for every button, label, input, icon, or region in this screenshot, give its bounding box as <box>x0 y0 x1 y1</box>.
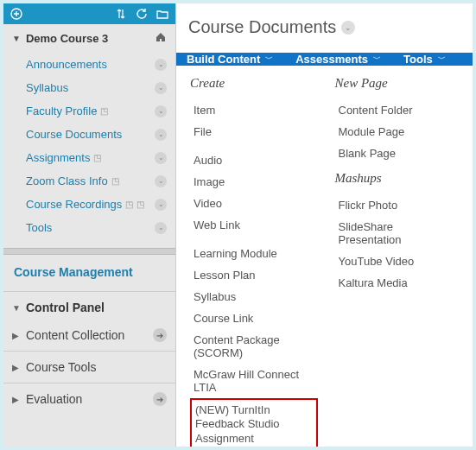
cp-course-tools[interactable]: ▶ Course Tools <box>3 353 175 381</box>
chevron-down-icon[interactable]: ⌄ <box>155 152 167 164</box>
mashup-kaltura[interactable]: Kaltura Media <box>335 272 463 294</box>
caret-right-icon: ▶ <box>12 363 21 372</box>
chevron-down-icon[interactable]: ⌄ <box>155 222 167 234</box>
sidebar-divider <box>3 248 175 255</box>
chevron-down-icon[interactable]: ⌄ <box>155 82 167 94</box>
cp-item-label: Course Tools <box>26 360 96 374</box>
caret-down-icon: ﹀ <box>438 54 446 65</box>
external-icon: ◳ <box>100 106 108 116</box>
chevron-down-icon[interactable]: ⌄ <box>155 105 167 117</box>
arrow-right-icon[interactable]: ➔ <box>153 328 167 342</box>
control-panel-toggle[interactable]: ▼ Control Panel <box>3 294 175 321</box>
nav-faculty-profile[interactable]: Faculty Profile ◳ ⌄ <box>3 99 175 123</box>
cp-content-collection[interactable]: ▶ Content Collection ➔ <box>3 321 175 349</box>
assessments-button[interactable]: Assessments ﹀ <box>295 53 381 66</box>
mashups-heading: Mashups <box>335 171 463 186</box>
nav-label: Zoom Class Info <box>26 174 108 187</box>
course-title: Demo Course 3 <box>26 32 108 45</box>
page-title-row: Course Documents ⌄ <box>176 3 473 53</box>
create-web-link[interactable]: Web Link <box>190 214 318 236</box>
reorder-icon[interactable] <box>115 8 127 20</box>
course-root[interactable]: ▼ Demo Course 3 <box>3 24 175 53</box>
caret-down-icon: ﹀ <box>373 54 381 65</box>
nav-course-documents[interactable]: Course Documents ⌄ <box>3 123 175 146</box>
refresh-icon[interactable] <box>136 8 148 20</box>
mashup-slideshare[interactable]: SlideShare Presentation <box>335 216 463 250</box>
nav-label: Syllabus <box>26 81 68 94</box>
app-root: ▼ Demo Course 3 Announcements ⌄ Syllabus… <box>3 3 473 447</box>
page-title: Course Documents <box>188 17 336 37</box>
caret-right-icon: ▶ <box>12 395 21 404</box>
caret-down-icon: ▼ <box>12 303 21 313</box>
create-file[interactable]: File <box>190 121 318 143</box>
cp-item-label: Evaluation <box>26 392 82 406</box>
newpage-content-folder[interactable]: Content Folder <box>335 99 463 121</box>
toolbar-label: Build Content <box>187 53 260 66</box>
cp-evaluation[interactable]: ▶ Evaluation ➔ <box>3 385 175 413</box>
course-management-heading: Course Management <box>3 255 175 289</box>
tools-button[interactable]: Tools ﹀ <box>403 53 446 66</box>
nav-tools[interactable]: Tools ⌄ <box>3 216 175 239</box>
create-syllabus[interactable]: Syllabus <box>190 286 318 307</box>
nav-announcements[interactable]: Announcements ⌄ <box>3 53 175 76</box>
add-icon[interactable] <box>10 8 22 20</box>
control-panel-label: Control Panel <box>26 301 105 314</box>
toolbar-label: Tools <box>403 53 433 66</box>
chevron-down-icon[interactable]: ⌄ <box>155 129 167 141</box>
create-course-link[interactable]: Course Link <box>190 307 318 329</box>
newpage-blank-page[interactable]: Blank Page <box>335 143 463 164</box>
create-learning-module[interactable]: Learning Module <box>190 243 318 264</box>
nav-zoom-class-info[interactable]: Zoom Class Info ◳ ⌄ <box>3 169 175 193</box>
external-icon: ◳ <box>93 153 101 162</box>
arrow-right-icon[interactable]: ➔ <box>153 392 167 406</box>
chevron-down-icon[interactable]: ⌄ <box>155 199 167 211</box>
content-toolbar: Build Content ﹀ Assessments ﹀ Tools ﹀ <box>176 53 473 66</box>
mashup-flickr[interactable]: Flickr Photo <box>335 194 463 216</box>
main-content: Course Documents ⌄ Build Content ﹀ Asses… <box>176 3 473 447</box>
nav-course-recordings[interactable]: Course Recordings ◳ ◳ ⌄ <box>3 193 175 216</box>
create-video[interactable]: Video <box>190 193 318 214</box>
caret-right-icon: ▶ <box>12 331 21 340</box>
nav-label: Course Documents <box>26 128 122 141</box>
course-nav: Announcements ⌄ Syllabus ⌄ Faculty Profi… <box>3 53 175 248</box>
newpage-column: New Page Content Folder Module Page Blan… <box>335 76 463 447</box>
external-icon: ◳ <box>136 200 144 209</box>
nav-label: Assignments <box>26 151 90 164</box>
newpage-module-page[interactable]: Module Page <box>335 121 463 143</box>
nav-label: Announcements <box>26 58 107 71</box>
create-content-package[interactable]: Content Package (SCORM) <box>190 329 318 364</box>
caret-down-icon: ﹀ <box>265 54 273 65</box>
folder-icon[interactable] <box>156 8 168 20</box>
create-image[interactable]: Image <box>190 171 318 193</box>
create-audio[interactable]: Audio <box>190 149 318 171</box>
create-item[interactable]: Item <box>190 99 318 121</box>
external-icon: ◳ <box>111 176 119 186</box>
nav-label: Tools <box>26 221 52 234</box>
build-content-button[interactable]: Build Content ﹀ <box>187 53 273 66</box>
create-mcgraw-hill[interactable]: McGraw Hill Connect LTIA <box>190 364 318 398</box>
mashup-youtube[interactable]: YouTube Video <box>335 250 463 272</box>
nav-assignments[interactable]: Assignments ◳ ⌄ <box>3 146 175 169</box>
page-title-dropdown-icon[interactable]: ⌄ <box>341 21 355 35</box>
external-icon: ◳ <box>125 200 133 209</box>
build-content-dropdown: Create Item File Audio Image Video Web L… <box>176 66 473 447</box>
chevron-down-icon[interactable]: ⌄ <box>155 175 167 187</box>
nav-label: Faculty Profile <box>26 105 97 117</box>
create-lesson-plan[interactable]: Lesson Plan <box>190 264 318 286</box>
sidebar: ▼ Demo Course 3 Announcements ⌄ Syllabus… <box>3 3 176 447</box>
toolbar-label: Assessments <box>295 53 368 66</box>
create-turnitin-assignment[interactable]: (NEW) TurnItIn Feedback Studio Assignmen… <box>190 398 318 447</box>
chevron-down-icon[interactable]: ⌄ <box>155 59 167 71</box>
create-heading: Create <box>190 76 318 91</box>
home-icon[interactable] <box>155 31 167 46</box>
nav-label: Course Recordings <box>26 198 122 211</box>
caret-down-icon: ▼ <box>12 34 21 43</box>
nav-syllabus[interactable]: Syllabus ⌄ <box>3 76 175 99</box>
cp-item-label: Content Collection <box>26 328 124 342</box>
create-column: Create Item File Audio Image Video Web L… <box>190 76 318 447</box>
newpage-heading: New Page <box>335 76 463 91</box>
sidebar-topbar <box>3 3 175 24</box>
